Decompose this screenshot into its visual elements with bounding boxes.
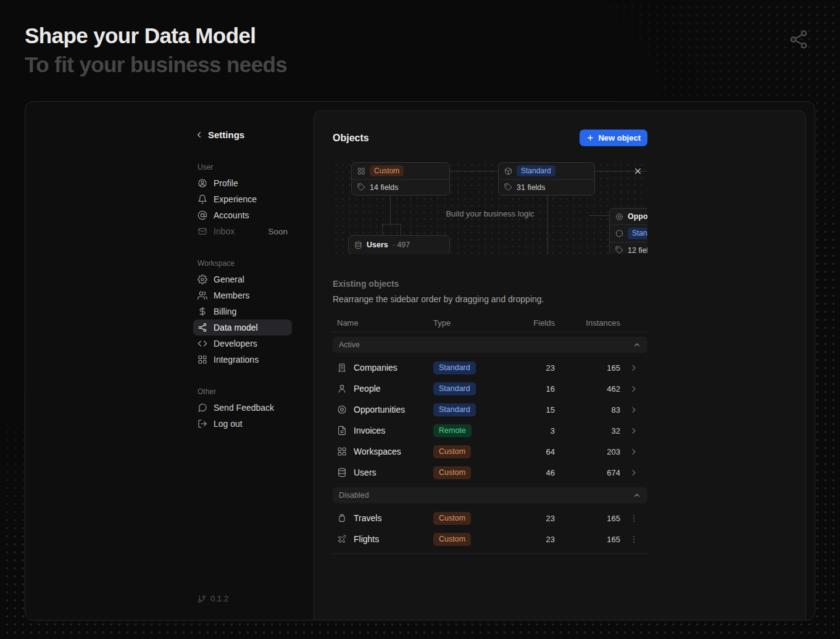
sidebar-item-label: Experience — [214, 194, 257, 204]
data-model-network-icon — [788, 29, 809, 50]
sidebar-item-label: Send Feedback — [214, 403, 274, 413]
sidebar-item-developers[interactable]: Developers — [193, 336, 292, 352]
sidebar-item-send-feedback[interactable]: Send Feedback — [193, 400, 292, 416]
existing-objects-title: Existing objects — [333, 279, 647, 289]
type-badge: Custom — [433, 512, 471, 525]
page-title: Shape your Data Model — [25, 21, 815, 50]
tag-icon — [357, 183, 365, 191]
type-badge: Standard — [517, 165, 555, 176]
type-badge: Standard — [433, 403, 476, 416]
sidebar-item-inbox: Inbox Soon — [193, 223, 292, 239]
page: Shape your Data Model To fit your busine… — [0, 0, 840, 639]
kebab-menu-icon[interactable] — [629, 535, 639, 544]
group-label: Active — [339, 340, 360, 349]
group-header-active[interactable]: Active — [333, 337, 647, 353]
sidebar-item-data-model[interactable]: Data model — [193, 320, 292, 336]
field-count: 31 fields — [517, 183, 546, 192]
sidebar-item-general[interactable]: General — [193, 271, 292, 287]
object-row-workspaces[interactable]: Workspaces Custom 64 203 — [333, 441, 647, 462]
sidebar-item-label: Billing — [214, 307, 236, 316]
settings-back-label: Settings — [208, 130, 244, 140]
dollar-icon — [198, 307, 207, 316]
database-icon — [354, 241, 362, 249]
object-row-users[interactable]: Users Custom 46 674 — [333, 462, 647, 483]
canvas-node-custom[interactable]: Custom 14 fields — [351, 162, 450, 196]
sidebar-item-accounts[interactable]: Accounts — [193, 207, 292, 223]
column-instances: Instances — [555, 318, 620, 328]
section-label-other: Other — [198, 387, 292, 396]
edge-line — [382, 224, 383, 236]
plus-icon — [586, 134, 594, 142]
soon-badge: Soon — [268, 227, 288, 236]
column-name: Name — [333, 318, 433, 328]
object-graph-canvas[interactable]: Custom 14 fields Standard — [333, 162, 647, 254]
object-row-flights[interactable]: Flights Custom 23 165 — [333, 529, 647, 550]
object-box-icon — [615, 229, 623, 237]
new-object-label: New object — [598, 133, 641, 142]
sidebar-item-label: General — [214, 274, 244, 284]
settings-back-button[interactable]: Settings — [193, 126, 292, 143]
invoice-icon — [337, 426, 347, 435]
type-badge: Custom — [370, 165, 404, 176]
sidebar-item-label: Profile — [214, 178, 238, 188]
workspace-grid-icon — [337, 447, 347, 456]
chevron-up-icon[interactable] — [633, 491, 641, 500]
chevron-left-icon — [194, 130, 204, 139]
sidebar-item-label: Integrations — [214, 355, 259, 365]
grid-icon — [198, 355, 207, 365]
fields-count: 15 — [507, 405, 555, 414]
kebab-menu-icon[interactable] — [629, 514, 639, 523]
type-badge: Custom — [433, 533, 471, 546]
panel-title: Objects — [333, 133, 369, 144]
sidebar-item-log-out[interactable]: Log out — [193, 416, 292, 432]
fields-count: 46 — [507, 468, 555, 477]
sidebar-item-profile[interactable]: Profile — [193, 175, 292, 191]
object-row-travels[interactable]: Travels Custom 23 165 — [333, 508, 647, 529]
sidebar-item-integrations[interactable]: Integrations — [193, 352, 292, 368]
object-name: Travels — [354, 513, 381, 523]
delete-edge-icon[interactable] — [633, 167, 642, 176]
type-badge: Remote — [433, 424, 472, 437]
object-row-companies[interactable]: Companies Standard 23 165 — [333, 357, 647, 378]
chevron-right-icon[interactable] — [629, 447, 639, 456]
chevron-right-icon[interactable] — [629, 405, 639, 414]
settings-sidebar: Settings User Profile Experience Account… — [193, 102, 292, 620]
object-row-opportunities[interactable]: Opportunities Standard 15 83 — [333, 399, 647, 420]
chevron-right-icon[interactable] — [629, 468, 639, 477]
canvas-node-users[interactable]: Users · 497 — [348, 235, 450, 254]
type-badge: Standard — [628, 228, 647, 239]
tag-icon — [615, 246, 623, 254]
new-object-button[interactable]: New object — [580, 130, 647, 146]
fields-count: 16 — [507, 384, 555, 394]
canvas-node-standard[interactable]: Standard 31 fields — [498, 162, 595, 196]
edge-line — [547, 196, 548, 254]
instances-count: 462 — [555, 384, 620, 394]
instances-count: 165 — [555, 514, 620, 523]
sidebar-item-members[interactable]: Members — [193, 287, 292, 303]
canvas-node-opportunities[interactable]: Opportunities Standard 12 fields — [609, 208, 647, 254]
node-name: Opportunities — [628, 212, 647, 221]
type-badge: Standard — [433, 382, 476, 395]
chat-bubble-icon — [198, 403, 207, 413]
chevron-up-icon[interactable] — [633, 340, 641, 349]
object-row-people[interactable]: People Standard 16 462 — [333, 378, 647, 399]
data-model-icon — [198, 323, 207, 332]
object-box-icon — [357, 167, 365, 175]
settings-window: Settings User Profile Experience Account… — [25, 101, 815, 620]
sidebar-item-experience[interactable]: Experience — [193, 191, 292, 207]
at-sign-icon — [198, 210, 207, 220]
group-header-disabled[interactable]: Disabled — [333, 487, 647, 503]
object-row-invoices[interactable]: Invoices Remote 3 32 — [333, 420, 647, 441]
chevron-right-icon[interactable] — [629, 426, 639, 435]
chevron-right-icon[interactable] — [629, 363, 639, 373]
code-icon — [198, 339, 207, 348]
instances-count: 674 — [555, 468, 620, 477]
bell-icon — [198, 194, 207, 204]
git-icon — [198, 595, 206, 603]
sidebar-item-label: Data model — [214, 323, 258, 332]
object-name: Opportunities — [354, 405, 405, 414]
sidebar-item-billing[interactable]: Billing — [193, 303, 292, 320]
version-label: 0.1.2 — [210, 594, 228, 603]
chevron-right-icon[interactable] — [629, 384, 639, 394]
field-count: 12 fields — [628, 246, 647, 255]
